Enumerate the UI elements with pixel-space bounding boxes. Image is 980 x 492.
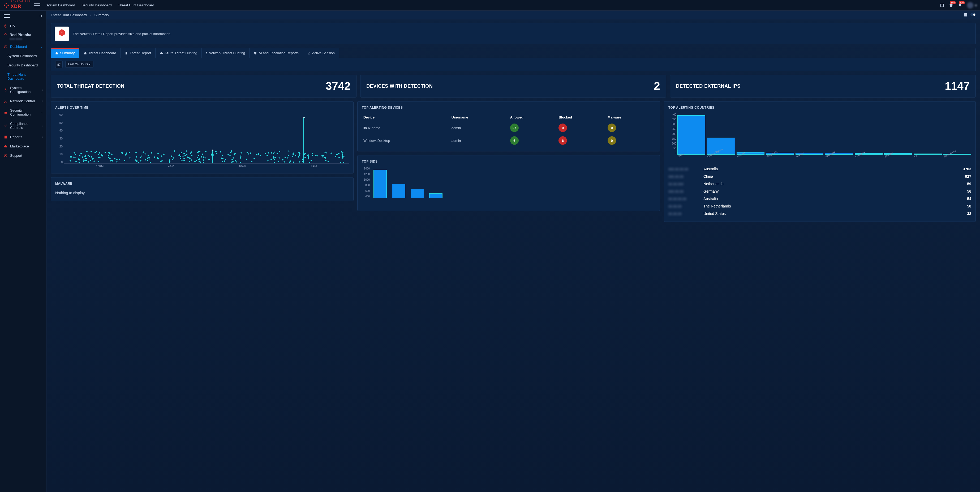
file-icon <box>125 51 128 55</box>
sidebar-network-control[interactable]: Network Control ‹ <box>0 96 46 106</box>
panel-title: TOP SIDS <box>362 160 655 163</box>
svg-point-3 <box>4 100 5 100</box>
sidebar-compliance[interactable]: Compliance Controls ‹ <box>0 119 46 132</box>
sidebar-sub-security[interactable]: Security Dashboard <box>0 61 46 70</box>
country-row[interactable]: xxx.xx.xx.xxAustralia3703 <box>668 165 971 173</box>
tab-threat-dashboard[interactable]: Threat Dashboard <box>80 48 121 58</box>
country-row[interactable]: xx.xx.xxThe Netherlands50 <box>668 203 971 210</box>
table-row[interactable]: linux-demoadmin 27 0 0 <box>362 121 655 134</box>
sidebar-dashboard-label: Dashboard <box>10 45 27 49</box>
chevron-left-icon: ‹ <box>42 136 43 138</box>
stat-label: DEVICES WITH DETECTION <box>366 83 433 89</box>
shield-icon[interactable]: 145 <box>949 3 953 8</box>
network-icon <box>4 99 8 103</box>
table-row[interactable]: WindowsDesktopadmin 6 6 0 <box>362 134 655 147</box>
gauge-icon <box>4 45 8 49</box>
countries-chart[interactable]: 400350300250200150100500 ChinaUnited Kin… <box>668 113 971 161</box>
chevron-left-icon: ‹ <box>42 88 43 91</box>
lock-icon <box>4 110 8 114</box>
logo-name: XDR <box>11 4 31 9</box>
toggle-icon[interactable] <box>970 13 976 16</box>
devices-table: Device Username Allowed Blocked Malware … <box>362 113 655 147</box>
chevron-left-icon: ‹ <box>42 111 43 114</box>
tabs: Summary Threat Dashboard Threat Report A… <box>51 48 976 58</box>
chart-icon <box>307 51 310 55</box>
countries-list: xxx.xx.xx.xxAustralia3703xxx.xx.xxChina9… <box>668 165 971 217</box>
svg-point-4 <box>6 100 7 100</box>
breadcrumb-sep: ◦ <box>90 13 91 17</box>
stat-ips: DETECTED EXTERNAL IPS 1147 <box>670 75 976 97</box>
sidebar-security-config[interactable]: Security Configuration ‹ <box>0 106 46 119</box>
book-icon[interactable] <box>964 13 968 17</box>
bell-badge: 320 <box>959 1 965 4</box>
svg-point-1 <box>5 89 6 90</box>
svg-point-10 <box>5 155 6 156</box>
tab-summary[interactable]: Summary <box>51 48 80 58</box>
tab-azure-threat-hunting[interactable]: Azure Threat Hunting <box>156 48 202 58</box>
tab-threat-report[interactable]: Threat Report <box>121 48 155 58</box>
refresh-button[interactable] <box>55 61 63 68</box>
stats-row: TOTAL THREAT DETECTION 3742 DEVICES WITH… <box>46 71 980 101</box>
time-range-select[interactable]: Last 24 Hours ▾ <box>65 61 94 68</box>
stat-total-threat: TOTAL THREAT DETECTION 3742 <box>51 75 356 97</box>
tab-ai-escalation[interactable]: AI and Escalation Reports <box>250 48 303 58</box>
sidebar-support[interactable]: Support <box>0 151 46 160</box>
chevron-left-icon: ‹ <box>42 124 43 127</box>
sidebar-system-config[interactable]: System Configuration ‹ <box>0 83 46 96</box>
sidebar-ha[interactable]: HA <box>0 21 46 30</box>
stat-devices: DEVICES WITH DETECTION 2 <box>360 75 666 97</box>
mail-icon[interactable] <box>940 3 944 8</box>
bell-icon[interactable]: 320 <box>958 3 962 8</box>
country-row[interactable]: xx.xx.xx.xxAustralia54 <box>668 195 971 203</box>
breadcrumb-b: Summary <box>94 13 109 17</box>
sidebar-reports[interactable]: Reports ‹ <box>0 132 46 142</box>
sidebar-sub-system[interactable]: System Dashboard <box>0 51 46 61</box>
svg-rect-7 <box>5 112 6 114</box>
country-row[interactable]: xx.xx.xxxNetherlands59 <box>668 180 971 188</box>
logo-icon <box>3 2 10 8</box>
sids-chart[interactable]: 140012001000800600400 <box>362 167 655 204</box>
alerts-chart[interactable]: 6050403020100 10PM4AM10AM4PM <box>55 113 349 169</box>
svg-point-5 <box>4 102 5 102</box>
logo-subtitle: CRYSTAL EYE <box>11 0 31 2</box>
stat-value: 1147 <box>945 80 970 93</box>
menu-toggle-icon[interactable] <box>34 2 40 8</box>
user-menu[interactable]: ▾ <box>967 2 977 8</box>
home-icon <box>84 51 87 55</box>
top-nav: System Dashboard Security Dashboard Thre… <box>46 3 154 7</box>
country-row[interactable]: xx.xx.xxUnited States32 <box>668 210 971 217</box>
refresh-icon <box>57 62 61 66</box>
panel-alerts-over-time: ALERTS OVER TIME 6050403020100 10PM4AM10… <box>51 101 353 174</box>
svg-rect-8 <box>5 136 6 138</box>
panel-title: ALERTS OVER TIME <box>55 106 349 109</box>
country-row[interactable]: xxx.xx.xxGermany56 <box>668 188 971 195</box>
arrow-right-icon[interactable] <box>39 14 43 18</box>
breadcrumb-a[interactable]: Threat Hunt Dashboard <box>51 13 87 17</box>
panel-top-devices: TOP ALERTING DEVICES Device Username All… <box>357 101 660 152</box>
sidebar-sub-threat-hunt[interactable]: Threat Hunt Dashboard <box>0 70 46 83</box>
svg-point-13 <box>973 14 975 16</box>
check-icon <box>4 124 8 128</box>
nav-system-dashboard[interactable]: System Dashboard <box>46 3 75 7</box>
sidebar-dashboard[interactable]: Dashboard ⌄ <box>0 42 46 51</box>
gear-icon <box>4 88 8 92</box>
top-header: CRYSTAL EYE XDR System Dashboard Securit… <box>0 0 980 11</box>
report-icon <box>4 135 8 139</box>
svg-rect-11 <box>964 13 967 16</box>
nav-threat-hunt-dashboard[interactable]: Threat Hunt Dashboard <box>118 3 154 7</box>
stat-label: TOTAL THREAT DETECTION <box>57 83 124 89</box>
breadcrumb: Threat Hunt Dashboard ◦ Summary <box>46 11 980 19</box>
nav-security-dashboard[interactable]: Security Dashboard <box>81 3 112 7</box>
sidebar-marketplace[interactable]: Marketplace <box>0 142 46 151</box>
sidebar-collapse-icon[interactable] <box>4 13 10 19</box>
panel-title: MALWARE <box>55 182 349 185</box>
tab-network-threat-hunting[interactable]: ! Network Threat Hunting <box>202 48 250 58</box>
chevron-left-icon: ‹ <box>42 100 43 102</box>
toolbar: Last 24 Hours ▾ <box>51 58 976 71</box>
chevron-down-icon: ⌄ <box>40 45 43 48</box>
logo[interactable]: CRYSTAL EYE XDR <box>3 1 31 9</box>
panel-top-sids: TOP SIDS 140012001000800600400 <box>357 155 660 211</box>
country-row[interactable]: xxx.xx.xxChina927 <box>668 173 971 180</box>
avatar <box>967 2 974 8</box>
tab-active-session[interactable]: Active Session <box>303 48 339 58</box>
